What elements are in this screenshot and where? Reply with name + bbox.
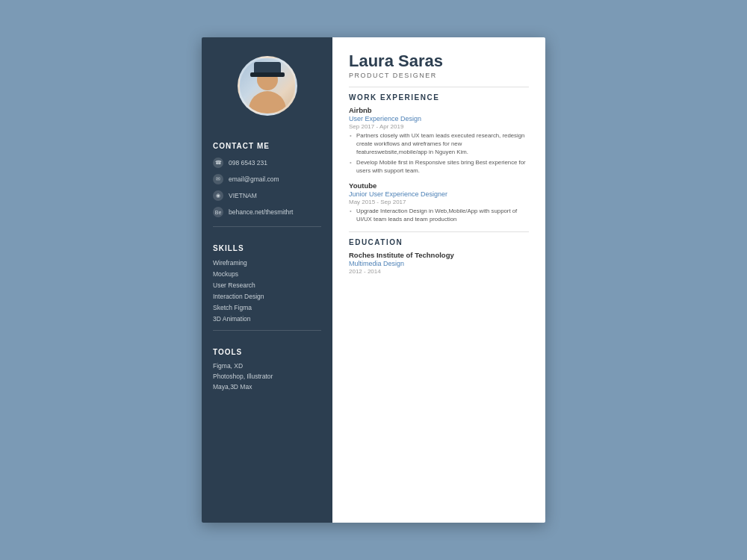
behance-text: behance.net/thesmithrt <box>229 208 293 216</box>
contact-email: ✉ email@gmail.com <box>202 171 332 187</box>
contact-location: ◉ VIETNAM <box>202 187 332 204</box>
phone-text: 098 6543 231 <box>229 159 267 167</box>
skill-item: User Research <box>202 279 332 290</box>
contact-behance: Be behance.net/thesmithrt <box>202 204 332 220</box>
job-block-1: Airbnb User Experience Design Sep 2017 -… <box>349 106 529 175</box>
resume-container: CONTACT ME ☎ 098 6543 231 ✉ email@gmail.… <box>202 37 545 523</box>
role-2: Junior User Experience Designer <box>349 190 529 198</box>
location-text: VIETNAM <box>229 192 257 199</box>
tools-item: Maya,3D Max <box>202 382 332 392</box>
divider-main-2 <box>349 231 529 232</box>
edu-degree: Multimedia Design <box>349 260 529 267</box>
role-1: User Experience Design <box>349 115 529 122</box>
skill-item: Sketch Figma <box>202 302 332 313</box>
edu-institution: Roches Institute of Technology <box>349 251 529 259</box>
behance-icon: Be <box>213 207 223 217</box>
education-heading: EDUCATION <box>349 238 529 246</box>
bullet-2-1: Upgrade Interaction Design in Web,Mobile… <box>349 208 529 224</box>
edu-years: 2012 - 2014 <box>349 268 529 275</box>
work-experience-heading: WORK EXPERIENCE <box>349 93 529 102</box>
bullet-1-1: Partners closely with UX team leads exec… <box>349 132 529 157</box>
skills-heading: SKILLS <box>202 237 332 257</box>
dates-2: May 2015 - Sep 2017 <box>349 199 529 205</box>
avatar <box>238 56 297 116</box>
job-title: PRODUCT DESIGNER <box>349 72 529 79</box>
location-icon: ◉ <box>213 190 223 201</box>
contact-heading: CONTACT ME <box>202 134 332 155</box>
divider-main-1 <box>349 87 529 87</box>
skill-item: Wireframing <box>202 257 332 268</box>
main-content: Laura Saras PRODUCT DESIGNER WORK EXPERI… <box>332 37 545 523</box>
company-2: Youtube <box>349 181 529 190</box>
job-block-2: Youtube Junior User Experience Designer … <box>349 181 529 224</box>
skill-item: Mockups <box>202 268 332 279</box>
bullet-1-2: Develop Mobile first in Responsive sites… <box>349 159 529 175</box>
contact-phone: ☎ 098 6543 231 <box>202 155 332 171</box>
name: Laura Saras <box>349 52 529 70</box>
skill-item: Interaction Design <box>202 290 332 302</box>
company-1: Airbnb <box>349 106 529 114</box>
phone-icon: ☎ <box>213 158 223 168</box>
sidebar: CONTACT ME ☎ 098 6543 231 ✉ email@gmail.… <box>202 37 332 523</box>
email-icon: ✉ <box>213 174 223 184</box>
dates-1: Sep 2017 - Apr 2019 <box>349 123 529 130</box>
avatar-face <box>240 58 295 113</box>
tools-item: Photoshop, Illustrator <box>202 371 332 382</box>
divider-1 <box>213 226 321 227</box>
divider-2 <box>213 330 321 331</box>
skill-item: 3D Animation <box>202 313 332 324</box>
tools-heading: TOOLS <box>202 340 332 361</box>
avatar-hat <box>254 62 281 77</box>
avatar-section <box>202 37 332 131</box>
email-text: email@gmail.com <box>229 175 279 183</box>
tools-item: Figma, XD <box>202 361 332 371</box>
